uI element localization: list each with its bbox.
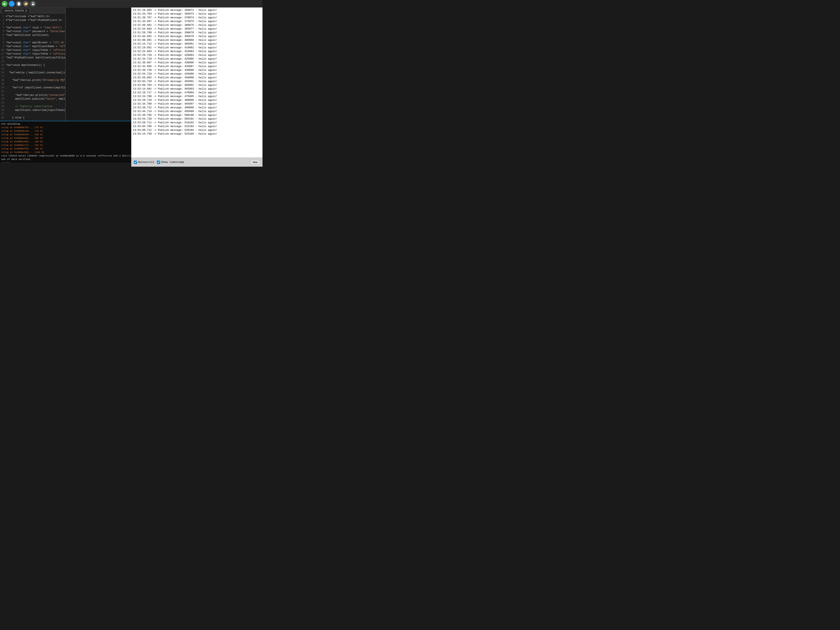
console-line: iting at 0x000bc60d... (100 %) — [1, 150, 130, 154]
line-number: 14 — [0, 63, 6, 67]
serial-line: 13:52:24.683 -> Publish message: 415083 … — [133, 50, 261, 53]
line-number: 16 — [0, 71, 6, 74]
serial-line: 13:52:39.687 -> Publish message: 430086 … — [133, 61, 261, 65]
line-content: // Topic(s) subscription — [6, 104, 65, 108]
code-line: 12"kw2">PubSubClient mqttClient(wifiClie… — [0, 56, 65, 60]
code-line: 19 — [0, 82, 65, 86]
line-number: 9 — [0, 44, 6, 48]
console-pane: one uploading.iting at 0x00090724... (75… — [0, 121, 131, 163]
new-line-button[interactable]: New — [250, 160, 260, 165]
serial-line: 13:54:14.730 -> Publish message: 525105 … — [133, 132, 261, 136]
serial-line: 13:53:59.711 -> Publish message: 510102 … — [133, 121, 261, 125]
line-content: "kw">const char* password = "EnterIaac22… — [6, 30, 65, 33]
line-content: "kw2">Serial.print("Attempting MQTT conn… — [6, 78, 65, 82]
line-number: 23 — [0, 97, 6, 101]
editor-tab[interactable]: sketch_feb23a § — [2, 8, 30, 13]
line-content: #"kw">include <"kw2">WiFi.h> — [6, 14, 65, 18]
line-content: "kw2">WiFiClient wifiClient; — [6, 33, 65, 37]
line-number: 7 — [0, 37, 6, 41]
line-content: "kw2">PubSubClient mqttClient(wifiClient… — [6, 56, 65, 60]
serial-line: 13:52:19.691 -> Publish message: 410082 … — [133, 46, 261, 50]
line-content: "kw">const char* mqttClientName = "affin… — [6, 44, 65, 48]
line-number: 13 — [0, 60, 6, 63]
serial-line: 13:52:14.712 -> Publish message: 405081 … — [133, 42, 261, 46]
line-content: } else { — [6, 116, 65, 120]
code-line: 22 "kw2">Serial.println("connected"); — [0, 93, 65, 97]
serial-line: 13:51:34.704 -> Publish message: 365073 … — [133, 12, 261, 16]
toolbar: ▶ → 📄 📁 💾 — [0, 0, 262, 8]
code-line: 16 "kw">while (!mqttClient.connected()) … — [0, 71, 65, 74]
new-button[interactable]: 📄 — [16, 1, 22, 7]
console-line: iting at 0x000ac033... (89 %) — [1, 140, 130, 143]
serial-footer: Autoscroll Show timestamp New — [131, 158, 262, 167]
console-line: iting at 0x000b6ff6... (96 %) — [1, 147, 130, 150]
line-number: 10 — [0, 48, 6, 52]
serial-line: 13:51:59.709 -> Publish message: 390078 … — [133, 31, 261, 35]
code-line: 28 } else { — [0, 116, 65, 120]
serial-line: 13:52:54.718 -> Publish message: 445089 … — [133, 72, 261, 76]
left-column: sketch_feb23a § 1#"kw">include <"kw2">Wi… — [0, 8, 131, 167]
code-line: 7 — [0, 37, 65, 41]
serial-output[interactable]: 13:51:29.685 -> Publish message: 360072 … — [131, 8, 262, 158]
serial-monitor-pane: 13:51:29.685 -> Publish message: 360072 … — [131, 8, 262, 167]
serial-line: 13:52:04.691 -> Publish message: 395079 … — [133, 35, 261, 38]
upload-button[interactable]: → — [9, 1, 14, 7]
code-line: 18 "kw2">Serial.print("Attempting MQTT c… — [0, 78, 65, 82]
console-line: ash of data verified. — [1, 158, 130, 161]
code-line: 20 "kw">if (mqttClient.connect(mqttClien… — [0, 86, 65, 90]
code-line: 23 mqttClient.publish("hello", mqttClien… — [0, 97, 65, 101]
line-number: 19 — [0, 82, 6, 86]
code-line: 11"kw">const char* topicToPub = "affinit… — [0, 52, 65, 56]
line-number: 20 — [0, 86, 6, 90]
run-button[interactable]: ▶ — [2, 1, 8, 7]
serial-line: 13:53:24.708 -> Publish message: 475095 … — [133, 95, 261, 98]
serial-line: 13:53:04.720 -> Publish message: 455091 … — [133, 80, 261, 83]
open-button[interactable]: 📁 — [23, 1, 29, 7]
line-content: "kw">while (!mqttClient.connected()) { — [6, 71, 65, 74]
autoscroll-label[interactable]: Autoscroll — [134, 161, 155, 164]
code-line: 1#"kw">include <"kw2">WiFi.h> — [0, 14, 65, 18]
serial-line: 13:52:34.718 -> Publish message: 425085 … — [133, 57, 261, 61]
autoscroll-checkbox[interactable] — [134, 161, 137, 164]
line-number: 8 — [0, 41, 6, 44]
serial-line: 13:53:29.719 -> Publish message: 480096 … — [133, 98, 261, 102]
console-line: eaving... — [1, 161, 130, 163]
serial-line: 13:52:49.720 -> Publish message: 440088 … — [133, 68, 261, 72]
show-timestamp-label[interactable]: Show timestamp — [157, 161, 184, 164]
code-line: 17 — [0, 74, 65, 78]
main-area: sketch_feb23a § 1#"kw">include <"kw2">Wi… — [0, 8, 262, 167]
serial-line: 13:51:29.685 -> Publish message: 360072 … — [133, 8, 261, 12]
line-number: 18 — [0, 78, 6, 82]
line-number: 27 — [0, 112, 6, 116]
code-line: 8"kw">const char* mqttBroker = "172.16.2… — [0, 41, 65, 44]
code-line: 5"kw">const char* password = "EnterIaac2… — [0, 30, 65, 33]
serial-line: 13:52:09.691 -> Publish message: 400080 … — [133, 38, 261, 42]
line-number: 11 — [0, 52, 6, 56]
console-line: iting at 0x0009bd48... (82 %) — [1, 133, 130, 136]
code-line: 6"kw2">WiFiClient wifiClient; — [0, 33, 65, 37]
line-content: "kw">void mqttConnect() { — [6, 63, 65, 67]
serial-line: 13:52:44.695 -> Publish message: 435087 … — [133, 65, 261, 68]
code-line: 25 // Topic(s) subscription — [0, 104, 65, 108]
console-line: rote 720416 bytes (468655 compressed) at… — [1, 154, 130, 158]
line-content: "kw">const char* topicToPub = "affinity/… — [6, 52, 65, 56]
line-number: 21 — [0, 90, 6, 93]
code-line: 4"kw">const char* ssid = "Iaac-Wifi"; — [0, 26, 65, 30]
save-button[interactable]: 💾 — [30, 1, 36, 7]
console-line: iting at 0x00090724... (75 %) — [1, 126, 130, 129]
serial-line: 13:53:39.722 -> Publish message: 490098 … — [133, 106, 261, 110]
line-content: "kw">if (mqttClient.connect(mqttClientNa… — [6, 86, 65, 90]
line-number: 22 — [0, 93, 6, 97]
serial-line: 13:53:09.704 -> Publish message: 460092 … — [133, 83, 261, 87]
line-number: 28 — [0, 116, 6, 120]
code-line: 24 — [0, 101, 65, 104]
code-line: 21 — [0, 90, 65, 93]
line-number: 6 — [0, 33, 6, 37]
show-timestamp-checkbox[interactable] — [157, 161, 160, 164]
line-number: 24 — [0, 101, 6, 104]
code-area[interactable]: 1#"kw">include <"kw2">WiFi.h>2#"kw">incl… — [0, 13, 65, 121]
line-content: #"kw">include <"kw2">PubSubClient.h> — [6, 18, 65, 22]
line-number: 5 — [0, 30, 6, 33]
line-number: 3 — [0, 22, 6, 26]
serial-line: 13:52:29.710 -> Publish message: 420084 … — [133, 53, 261, 57]
